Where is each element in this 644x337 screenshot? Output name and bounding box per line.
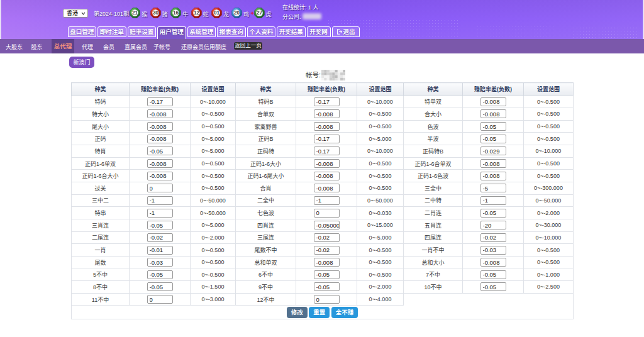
svg-text:12: 12 xyxy=(193,10,199,16)
svg-text:27: 27 xyxy=(256,10,262,16)
svg-text:30: 30 xyxy=(152,10,158,16)
svg-text:20: 20 xyxy=(234,10,240,16)
svg-text:21: 21 xyxy=(132,10,138,16)
svg-text:01: 01 xyxy=(214,10,220,16)
svg-text:16: 16 xyxy=(173,10,179,16)
